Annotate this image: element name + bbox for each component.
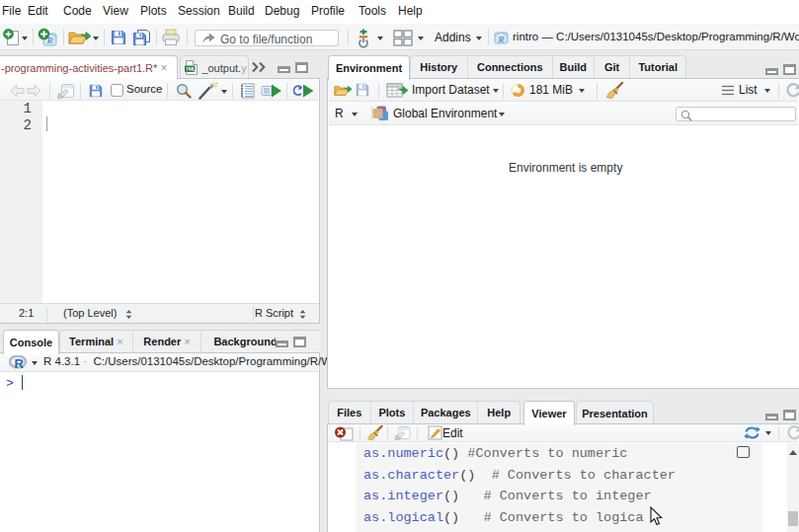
svg-text:R: R: [498, 35, 505, 44]
svg-text:R: R: [15, 356, 25, 370]
